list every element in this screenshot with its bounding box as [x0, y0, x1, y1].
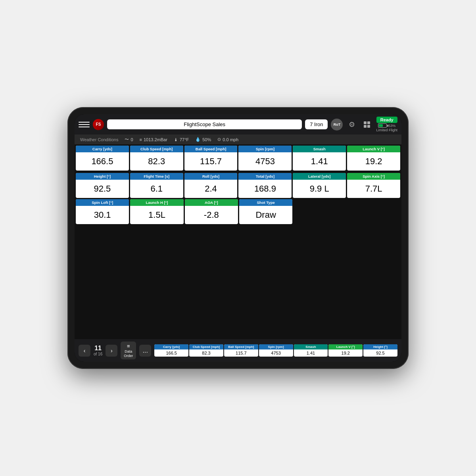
summary-stat-header: Carry [yds]	[154, 344, 188, 349]
stat-card[interactable]: Spin Axis [°]7.7L	[347, 173, 400, 198]
summary-stat-value: 19.2	[341, 349, 351, 357]
humidity-icon: 💧	[195, 137, 201, 142]
stat-value: 6.1	[130, 180, 183, 198]
wind-item: 〜 0	[125, 136, 133, 142]
club-selector[interactable]: 7 Iron	[305, 119, 328, 129]
stat-header: Ball Speed [mph]	[184, 146, 238, 152]
stat-card[interactable]: Ball Speed [mph]115.7	[184, 146, 238, 171]
stat-header: Spin Loft [°]	[76, 199, 129, 206]
stat-value: Draw	[239, 206, 292, 224]
tablet-device: FS FlightScope Sales 7 Iron RoT ⚙ Ready	[67, 107, 409, 369]
stat-header: Lateral [yds]	[293, 173, 346, 180]
limited-flight-label: Limited Flight	[376, 128, 397, 132]
stat-header: Height [°]	[76, 173, 129, 180]
stat-header: Launch H [°]	[130, 199, 183, 206]
stat-card[interactable]: Height [°]92.5	[76, 173, 129, 198]
pressure-icon: ≡	[140, 137, 142, 142]
bottom-bar: ‹ 11 of 16 › ≡ Data Order ... Carry [yds…	[75, 339, 401, 362]
more-button[interactable]: ...	[139, 345, 151, 357]
stat-header: Launch V [°]	[347, 146, 400, 152]
session-name[interactable]: FlightScope Sales	[107, 119, 302, 129]
data-order-icon: ≡	[127, 343, 130, 349]
stat-header: AOA [°]	[185, 199, 238, 206]
weather-conditions-label: Weather Conditions	[80, 137, 118, 142]
stat-card[interactable]: Launch H [°]1.5L	[130, 199, 183, 224]
main-content: Carry [yds]166.5Club Speed [mph]82.3Ball…	[75, 144, 401, 339]
stat-value: 2.4	[184, 180, 238, 198]
menu-button[interactable]	[79, 119, 90, 130]
summary-stat-header: Launch V [°]	[328, 344, 363, 349]
stat-card[interactable]: Shot TypeDraw	[239, 199, 292, 224]
pressure-item: ≡ 1013.2mBar	[140, 137, 167, 142]
summary-stat-value: 92.5	[375, 349, 385, 357]
rot-button[interactable]: RoT	[331, 119, 343, 131]
stat-card[interactable]: AOA [°]-2.8	[185, 199, 238, 224]
wind-speed-value: 0.0 mph	[223, 137, 238, 142]
weather-bar: Weather Conditions 〜 0 ≡ 1013.2mBar 🌡 77…	[75, 134, 401, 144]
summary-stat-value: 166.5	[165, 349, 178, 357]
next-shot-button[interactable]: ›	[106, 345, 117, 357]
prev-shot-button[interactable]: ‹	[79, 345, 90, 357]
summary-stat-card: Smash1.41	[294, 344, 328, 357]
summary-stat-value: 82.3	[201, 349, 211, 357]
stat-value: 7.7L	[347, 180, 400, 198]
summary-stat-card: Ball Speed [mph]115.7	[224, 344, 258, 357]
stat-card[interactable]: Total [yds]168.9	[238, 173, 292, 198]
summary-stat-card: Height [°]92.5	[363, 344, 397, 357]
ready-badge: Ready	[376, 117, 397, 123]
stat-card[interactable]: Flight Time [s]6.1	[130, 173, 183, 198]
stat-value: 9.9 L	[293, 180, 346, 198]
shot-counter: 11 of 16	[94, 345, 102, 356]
stat-value: 168.9	[238, 180, 292, 198]
nav-bar: FS FlightScope Sales 7 Iron RoT ⚙ Ready	[75, 114, 401, 134]
data-order-button[interactable]: ≡ Data Order	[121, 342, 136, 359]
stat-card[interactable]: Spin [rpm]4753	[238, 146, 292, 171]
stat-card[interactable]: Spin Loft [°]30.1	[76, 199, 129, 224]
stat-value: 82.3	[130, 152, 183, 171]
wind-speed-item: ⊙ 0.0 mph	[217, 137, 238, 142]
stat-card[interactable]: Launch V [°]19.2	[347, 146, 400, 171]
stat-value: 19.2	[347, 152, 400, 171]
view-toggle-button[interactable]	[361, 119, 373, 131]
grid-icon	[364, 121, 370, 128]
empty-space	[294, 199, 400, 224]
summary-stat-card: Carry [yds]166.5	[154, 344, 188, 357]
stat-card[interactable]: Roll [yds]2.4	[184, 173, 238, 198]
stat-header: Spin Axis [°]	[347, 173, 400, 180]
stat-value: 166.5	[76, 152, 129, 171]
temp-icon: 🌡	[174, 137, 178, 142]
summary-stat-header: Spin [rpm]	[259, 344, 293, 349]
stat-card[interactable]: Club Speed [mph]82.3	[130, 146, 183, 171]
summary-stat-value: 115.7	[235, 349, 248, 357]
temp-value: 77°F	[180, 137, 189, 142]
stat-card[interactable]: Smash1.41	[293, 146, 346, 171]
summary-stat-header: Ball Speed [mph]	[224, 344, 258, 349]
stat-header: Shot Type	[239, 199, 292, 206]
battery-percentage: 53%	[388, 124, 395, 128]
app-logo: FS	[93, 119, 104, 130]
stat-header: Flight Time [s]	[130, 173, 183, 180]
stat-header: Spin [rpm]	[238, 146, 292, 152]
battery-row: 53%	[378, 123, 395, 128]
data-order-label2: Order	[124, 354, 133, 358]
summary-stat-header: Height [°]	[363, 344, 397, 349]
summary-stat-card: Launch V [°]19.2	[328, 344, 363, 357]
stats-row-2: Height [°]92.5Flight Time [s]6.1Roll [yd…	[75, 172, 401, 199]
stat-header: Roll [yds]	[184, 173, 238, 180]
stat-card[interactable]: Lateral [yds]9.9 L	[293, 173, 346, 198]
stat-value: 1.5L	[130, 206, 183, 224]
battery-fill	[379, 124, 383, 127]
stat-card[interactable]: Carry [yds]166.5	[76, 146, 129, 171]
stat-value: 92.5	[76, 180, 129, 198]
settings-button[interactable]: ⚙	[346, 119, 358, 131]
temp-item: 🌡 77°F	[174, 137, 189, 142]
summary-stat-card: Spin [rpm]4753	[259, 344, 293, 357]
stats-row-1: Carry [yds]166.5Club Speed [mph]82.3Ball…	[75, 144, 401, 172]
tablet-screen: FS FlightScope Sales 7 Iron RoT ⚙ Ready	[75, 114, 401, 362]
pressure-value: 1013.2mBar	[144, 137, 167, 142]
wind-icon: 〜	[125, 136, 129, 142]
stat-value: -2.8	[185, 206, 238, 224]
summary-stat-card: Club Speed [mph]82.3	[189, 344, 223, 357]
summary-stat-value: 1.41	[306, 349, 316, 357]
stat-header: Club Speed [mph]	[130, 146, 183, 152]
